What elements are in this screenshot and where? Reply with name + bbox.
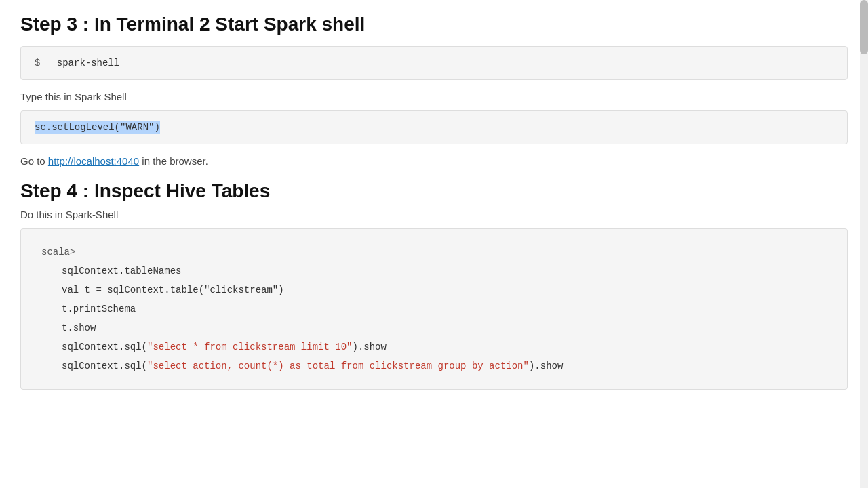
code-line-4: t.show: [41, 319, 827, 338]
code-line-6: sqlContext.sql("select action, count(*) …: [41, 357, 827, 375]
goto-text: Go to http://localhost:4040 in the brows…: [20, 155, 848, 167]
code-line-5: sqlContext.sql("select * from clickstrea…: [41, 338, 827, 357]
localhost-link[interactable]: http://localhost:4040: [48, 155, 139, 167]
scala-prompt: scala>: [41, 247, 75, 258]
code-line-6-prefix: sqlContext.sql(: [62, 361, 147, 371]
code-line-5-suffix: ).show: [352, 342, 386, 352]
code-line-6-suffix: ).show: [529, 361, 563, 371]
do-label: Do this in Spark-Shell: [20, 209, 848, 220]
code-line-5-string: "select * from clickstream limit 10": [147, 342, 352, 352]
step4-code-block: scala> sqlContext.tableNames val t = sql…: [20, 228, 848, 390]
code-line-2: val t = sqlContext.table("clickstream"): [41, 281, 827, 300]
code-line-1: sqlContext.tableNames: [41, 262, 827, 281]
spark-shell-command: spark-shell: [57, 58, 119, 68]
goto-suffix: in the browser.: [139, 155, 208, 167]
spark-shell-code-selected: sc.setLogLevel("WARN"): [35, 121, 160, 134]
scrollbar-track[interactable]: [860, 0, 868, 403]
spark-shell-command-block: $ spark-shell: [20, 46, 848, 80]
code-line-6-string: "select action, count(*) as total from c…: [147, 361, 529, 371]
code-line-5-prefix: sqlContext.sql(: [62, 342, 147, 352]
step3-heading: Step 3 : In Terminal 2 Start Spark shell: [20, 14, 848, 35]
spark-shell-instruction: Type this in Spark Shell: [20, 91, 848, 102]
code-line-3: t.printSchema: [41, 300, 827, 319]
step4-heading: Step 4 : Inspect Hive Tables: [20, 180, 848, 202]
shell-prompt: $: [35, 58, 40, 68]
goto-prefix: Go to: [20, 155, 48, 167]
spark-shell-code-block: sc.setLogLevel("WARN"): [20, 110, 848, 144]
scrollbar-thumb[interactable]: [860, 0, 868, 54]
